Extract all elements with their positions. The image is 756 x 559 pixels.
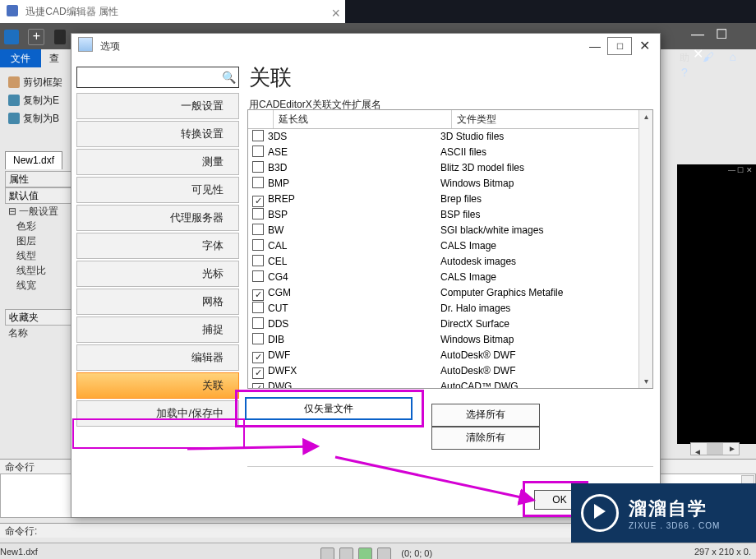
scroll-right-icon[interactable]: ► bbox=[726, 443, 739, 455]
table-row[interactable]: BSPBSP files bbox=[248, 207, 652, 223]
col-extension[interactable]: 延长线 bbox=[274, 110, 452, 128]
preview-window-controls[interactable]: — ☐ ✕ bbox=[728, 166, 753, 174]
dialog-close-button[interactable]: ✕ bbox=[632, 37, 657, 55]
checkbox[interactable] bbox=[252, 333, 264, 344]
help-icon[interactable]: ? bbox=[677, 65, 692, 80]
main-maximize-button[interactable]: ☐ bbox=[711, 25, 732, 45]
prop-linetype[interactable]: 线型 bbox=[5, 248, 72, 263]
table-row[interactable]: CGMComputer Graphics Metafile bbox=[248, 285, 652, 301]
paint-icon[interactable]: 🖌 bbox=[701, 49, 716, 64]
category-加载中/保存中[interactable]: 加载中/保存中 bbox=[76, 400, 239, 427]
checkbox[interactable] bbox=[252, 352, 264, 363]
category-字体[interactable]: 字体 bbox=[76, 233, 239, 259]
table-row[interactable]: ASEASCII files bbox=[248, 145, 652, 160]
snap-icon[interactable] bbox=[339, 547, 353, 559]
table-row[interactable]: DIBWindows Bitmap bbox=[248, 332, 652, 348]
dialog-minimize-button[interactable]: — bbox=[583, 37, 607, 55]
prop-group-general[interactable]: ⊟ 一般设置 bbox=[5, 204, 72, 219]
category-代理服务器[interactable]: 代理服务器 bbox=[76, 205, 239, 231]
checkbox[interactable] bbox=[252, 196, 264, 207]
panel-favorites-header[interactable]: 收藏夹 bbox=[5, 309, 72, 326]
tool-copy-as-b[interactable]: 复制为B bbox=[8, 110, 67, 127]
select-all-button[interactable]: 选择所有 bbox=[431, 404, 540, 427]
checkbox[interactable] bbox=[252, 130, 264, 141]
table-row[interactable]: BWSGI black/white images bbox=[248, 223, 652, 238]
checkbox[interactable] bbox=[252, 255, 264, 266]
ortho-icon[interactable] bbox=[358, 547, 372, 559]
category-search[interactable]: 🔍 bbox=[76, 67, 239, 88]
watermark-title: 溜溜自学 bbox=[629, 497, 720, 521]
prop-lineweight[interactable]: 线宽 bbox=[5, 278, 72, 293]
dark-photo-strip bbox=[345, 0, 756, 23]
table-row[interactable]: DWFAutoDesk® DWF bbox=[248, 348, 652, 363]
category-网格[interactable]: 网格 bbox=[76, 289, 239, 315]
measure-icon[interactable] bbox=[377, 547, 391, 559]
category-捕捉[interactable]: 捕捉 bbox=[76, 316, 239, 343]
scroll-up-icon[interactable]: ▴ bbox=[639, 110, 652, 123]
cell-ext: DWF bbox=[268, 348, 440, 363]
table-row[interactable]: B3DBlitz 3D model files bbox=[248, 160, 652, 176]
checkbox[interactable] bbox=[252, 270, 264, 282]
clear-all-button[interactable]: 清除所有 bbox=[431, 427, 540, 450]
checkbox[interactable] bbox=[252, 208, 264, 219]
table-row[interactable]: CELAutodesk images bbox=[248, 254, 652, 270]
category-可见性[interactable]: 可见性 bbox=[76, 177, 239, 203]
table-row[interactable]: 3DS3D Studio files bbox=[248, 129, 652, 145]
table-row[interactable]: CALCALS Image bbox=[248, 238, 652, 254]
prop-color[interactable]: 色彩 bbox=[5, 219, 72, 233]
table-row[interactable]: DWGAutoCAD™ DWG bbox=[248, 379, 652, 389]
tool-crop-frame[interactable]: 剪切框架 bbox=[8, 74, 67, 90]
category-转换设置[interactable]: 转换设置 bbox=[76, 121, 239, 147]
checkbox[interactable] bbox=[252, 289, 264, 301]
checkbox[interactable] bbox=[252, 383, 264, 389]
app-dialog-close-icon[interactable]: × bbox=[331, 2, 340, 25]
col-filetype[interactable]: 文件类型 bbox=[452, 110, 652, 128]
main-minimize-button[interactable]: — bbox=[687, 25, 708, 45]
table-row[interactable]: CUTDr. Halo images bbox=[248, 301, 652, 316]
checkbox[interactable] bbox=[252, 161, 264, 173]
scroll-left-icon[interactable]: ◄ bbox=[691, 446, 704, 458]
table-row[interactable]: BMPWindows Bitmap bbox=[248, 176, 652, 192]
category-关联[interactable]: 关联 bbox=[76, 372, 239, 399]
category-编辑器[interactable]: 编辑器 bbox=[76, 344, 239, 371]
vector-only-button[interactable]: 仅矢量文件 bbox=[245, 397, 413, 420]
grid-icon[interactable] bbox=[320, 547, 334, 559]
category-光标[interactable]: 光标 bbox=[76, 261, 239, 287]
horizontal-scrollbar[interactable]: ◄ ► bbox=[690, 442, 740, 455]
scroll-down-icon[interactable]: ▾ bbox=[639, 375, 652, 388]
file-tab-button[interactable]: 文件 bbox=[0, 49, 41, 67]
table-row[interactable]: DDSDirectX Surface bbox=[248, 316, 652, 332]
table-row[interactable]: BREPBrep files bbox=[248, 192, 652, 207]
table-row[interactable]: DWFXAutoDesk® DWF bbox=[248, 363, 652, 379]
document-tab[interactable]: New1.dxf bbox=[5, 151, 62, 169]
category-测量[interactable]: 测量 bbox=[76, 149, 239, 175]
checkbox[interactable] bbox=[252, 177, 264, 188]
panel-properties-header[interactable]: 属性 bbox=[5, 171, 72, 187]
prop-ltscale[interactable]: 线型比 bbox=[5, 263, 72, 278]
dialog-titlebar[interactable]: 选项 bbox=[71, 34, 660, 58]
search-icon[interactable]: 🔍 bbox=[222, 71, 235, 84]
table-row[interactable]: CG4CALS Image bbox=[248, 270, 652, 285]
checkbox[interactable] bbox=[252, 302, 264, 313]
checkbox[interactable] bbox=[252, 224, 264, 235]
new-tab-button[interactable]: + bbox=[28, 29, 44, 45]
scroll-thumb[interactable] bbox=[707, 443, 723, 455]
table-scrollbar[interactable]: ▴ ▾ bbox=[638, 110, 652, 388]
panel-default-header[interactable]: 默认值 bbox=[5, 187, 72, 204]
tool-copy-as-e[interactable]: 复制为E bbox=[8, 92, 67, 109]
tab-truncated[interactable]: 查 bbox=[49, 49, 70, 67]
category-一般设置[interactable]: 一般设置 bbox=[76, 93, 239, 119]
prop-layer[interactable]: 图层 bbox=[5, 233, 72, 248]
app-titlebar: 迅捷CAD编辑器 属性 × bbox=[0, 0, 345, 23]
checkbox[interactable] bbox=[252, 239, 264, 251]
toolbar-icon[interactable] bbox=[54, 30, 66, 44]
cell-ext: CG4 bbox=[268, 270, 440, 285]
checkbox[interactable] bbox=[252, 367, 264, 379]
dialog-icon bbox=[78, 37, 93, 52]
dialog-maximize-button[interactable]: ☐ bbox=[607, 37, 632, 55]
checkbox[interactable] bbox=[252, 146, 264, 157]
cell-ext: CAL bbox=[268, 238, 440, 254]
search-input[interactable] bbox=[77, 67, 224, 87]
home-icon[interactable]: ⌂ bbox=[726, 49, 740, 64]
checkbox[interactable] bbox=[252, 317, 264, 329]
